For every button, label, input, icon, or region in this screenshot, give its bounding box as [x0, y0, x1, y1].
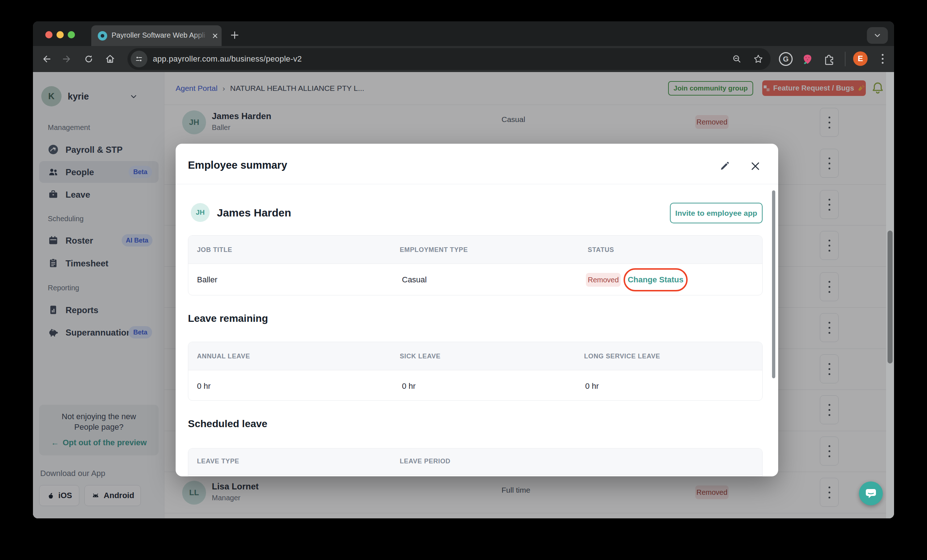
sick-leave-header: SICK LEAVE: [400, 352, 441, 360]
employee-name: James Harden: [217, 207, 291, 219]
annual-leave-header: ANNUAL LEAVE: [197, 352, 250, 360]
forward-icon[interactable]: [62, 54, 72, 64]
strawberry-extension-icon[interactable]: [801, 52, 815, 66]
employment-type-cell: Casual: [402, 275, 427, 285]
change-status-annotation: Change Status: [623, 268, 688, 291]
employee-summary-modal: Employee summary JH James Harden Invite …: [176, 144, 778, 477]
toolbar-divider: [845, 52, 845, 66]
modal-title: Employee summary: [188, 159, 287, 171]
tab-search-button[interactable]: [867, 27, 888, 44]
favicon: [98, 31, 107, 41]
job-title-cell: Baller: [197, 275, 217, 285]
tab-close-icon[interactable]: [211, 32, 219, 39]
profile-avatar[interactable]: E: [853, 52, 868, 66]
screenshot-canvas: Payroller Software Web Appli app.payroll…: [0, 0, 927, 560]
home-icon[interactable]: [105, 54, 115, 64]
page-content: K kyrie Management Payroll & STP People …: [33, 72, 894, 518]
address-bar[interactable]: app.payroller.com.au/business/people-v2: [128, 48, 770, 70]
bookmark-star-icon[interactable]: [753, 53, 764, 64]
modal-scrollbar-thumb[interactable]: [772, 190, 775, 378]
employment-type-header: EMPLOYMENT TYPE: [400, 246, 468, 254]
back-icon[interactable]: [41, 54, 51, 64]
chrome-menu-icon[interactable]: [882, 54, 883, 64]
zoom-window-button[interactable]: [68, 31, 75, 38]
tune-icon: [135, 55, 143, 63]
change-status-link[interactable]: Change Status: [628, 275, 683, 285]
close-window-button[interactable]: [45, 31, 53, 38]
scheduled-leave-heading: Scheduled leave: [188, 418, 267, 429]
browser-window: Payroller Software Web Appli app.payroll…: [33, 21, 894, 518]
chevron-down-icon: [874, 32, 881, 39]
extensions-puzzle-icon[interactable]: [822, 52, 836, 66]
reload-icon[interactable]: [84, 54, 94, 64]
browser-tab[interactable]: Payroller Software Web Appli: [91, 25, 222, 46]
status-badge: Removed: [586, 273, 621, 287]
sick-leave-value: 0 hr: [402, 381, 416, 391]
page-scrollbar-thumb[interactable]: [887, 231, 893, 363]
minimize-window-button[interactable]: [56, 31, 64, 38]
invite-employee-button[interactable]: Invite to employee app: [670, 203, 763, 223]
leave-remaining-heading: Leave remaining: [188, 313, 268, 324]
grammarly-extension-icon[interactable]: G: [779, 52, 793, 66]
employee-avatar: JH: [191, 203, 210, 222]
long-service-leave-value: 0 hr: [585, 381, 599, 391]
tab-title-clip: Payroller Software Web Appli: [111, 25, 208, 46]
chat-launcher-button[interactable]: [859, 481, 883, 505]
url-text[interactable]: app.payroller.com.au/business/people-v2: [153, 54, 302, 64]
status-header: STATUS: [588, 246, 614, 254]
new-tab-button[interactable]: [230, 30, 239, 40]
zoom-minus-icon[interactable]: [732, 54, 742, 64]
modal-header-divider: [176, 184, 778, 184]
leave-remaining-table: [188, 342, 763, 401]
site-info-button[interactable]: [131, 51, 147, 67]
leave-period-header: LEAVE PERIOD: [400, 458, 450, 465]
long-service-leave-header: LONG SERVICE LEAVE: [584, 352, 660, 360]
scheduled-leave-table: [188, 448, 763, 477]
close-icon[interactable]: [751, 161, 760, 171]
job-title-header: JOB TITLE: [197, 246, 232, 254]
leave-type-header: LEAVE TYPE: [197, 458, 239, 465]
pencil-icon[interactable]: [719, 160, 730, 172]
annual-leave-value: 0 hr: [197, 381, 211, 391]
chat-bubble-icon: [865, 487, 877, 499]
